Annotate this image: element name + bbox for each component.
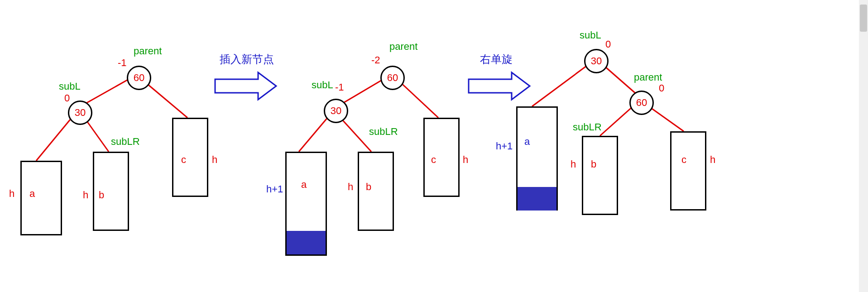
t1-rect-b xyxy=(93,152,129,231)
t2-a-name: a xyxy=(301,179,307,191)
t1-a-name: a xyxy=(29,188,35,200)
svg-line-10 xyxy=(600,105,634,136)
t2-rect-c xyxy=(423,118,460,197)
t2-subl-bf: -1 xyxy=(335,81,344,93)
t3-parent-node: 60 xyxy=(629,91,654,115)
t2-subl-node: 30 xyxy=(324,99,348,123)
t3-parent-bf: 0 xyxy=(659,82,664,94)
t2-parent-node: 60 xyxy=(380,66,405,90)
scroll-thumb[interactable] xyxy=(860,5,867,32)
t1-subl-label: subL xyxy=(59,81,81,92)
t3-subl-label: subL xyxy=(580,29,601,41)
t2-c-name: c xyxy=(431,154,436,166)
t3-rect-a-insert xyxy=(518,187,556,211)
t3-rect-c xyxy=(670,131,706,211)
t1-parent-label: parent xyxy=(134,45,162,57)
svg-line-0 xyxy=(83,77,133,105)
arrow-rotate-label: 右单旋 xyxy=(480,52,513,67)
t2-rect-a-insert xyxy=(287,231,326,254)
svg-line-8 xyxy=(532,63,590,106)
t1-c-h: h xyxy=(212,154,217,166)
scrollbar[interactable] xyxy=(859,0,868,292)
t3-rect-b xyxy=(582,136,618,215)
svg-line-2 xyxy=(36,117,72,161)
t2-rect-b xyxy=(358,152,394,231)
arrow-insert-label: 插入新节点 xyxy=(220,52,274,67)
t3-a-name: a xyxy=(524,136,530,148)
t2-subl-label: subL xyxy=(312,79,333,91)
t2-a-h: h+1 xyxy=(266,183,283,195)
t3-b-h: h xyxy=(571,158,576,170)
t2-parent-label: parent xyxy=(389,41,417,53)
t3-subl-value: 30 xyxy=(591,55,602,67)
t1-rect-a xyxy=(20,161,62,235)
arrow-rotate xyxy=(469,72,530,100)
svg-line-9 xyxy=(601,63,638,95)
t2-sublr-label: subLR xyxy=(369,126,398,138)
t1-parent-bf: -1 xyxy=(118,57,127,69)
t3-c-h: h xyxy=(710,154,715,166)
t1-sublr-label: subLR xyxy=(111,136,140,148)
t3-a-h: h+1 xyxy=(496,140,513,152)
t1-c-name: c xyxy=(181,154,186,166)
t2-parent-value: 60 xyxy=(387,72,398,84)
t2-b-name: b xyxy=(366,181,371,193)
t3-b-name: b xyxy=(591,158,596,170)
t1-parent-node: 60 xyxy=(127,66,151,90)
svg-line-6 xyxy=(299,117,328,152)
svg-line-11 xyxy=(647,105,684,131)
t1-b-h: h xyxy=(83,189,88,201)
t3-subl-bf: 0 xyxy=(605,38,611,50)
svg-line-7 xyxy=(340,117,371,152)
t2-c-h: h xyxy=(463,154,468,166)
t1-parent-value: 60 xyxy=(134,72,144,84)
t2-subl-value: 30 xyxy=(331,105,341,117)
svg-line-5 xyxy=(398,80,438,118)
svg-line-4 xyxy=(340,77,387,105)
arrow-insert xyxy=(215,72,276,100)
t1-a-h: h xyxy=(9,188,14,200)
t3-sublr-label: subLR xyxy=(573,121,602,133)
t1-subl-value: 30 xyxy=(75,107,86,119)
t1-b-name: b xyxy=(99,189,104,201)
t1-rect-c xyxy=(172,118,208,197)
t1-subl-bf: 0 xyxy=(64,92,70,104)
t2-b-h: h xyxy=(348,181,353,193)
t3-subl-node: 30 xyxy=(584,49,609,73)
t3-parent-label: parent xyxy=(634,72,662,83)
t3-parent-value: 60 xyxy=(636,97,647,109)
t3-c-name: c xyxy=(681,154,686,166)
svg-line-1 xyxy=(142,80,187,118)
t1-subl-node: 30 xyxy=(68,101,92,125)
t2-parent-bf: -2 xyxy=(371,54,380,66)
